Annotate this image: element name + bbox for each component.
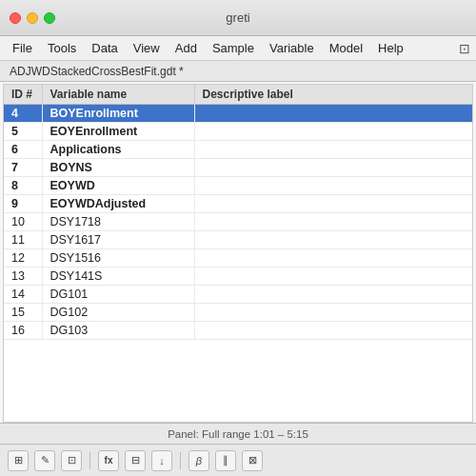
- panel-status: Panel: Full range 1:01 – 5:15: [168, 428, 308, 440]
- cross-button[interactable]: ⊠: [242, 450, 263, 471]
- cell-id: 6: [4, 141, 42, 159]
- cell-desc: [194, 177, 472, 195]
- cell-varname: DSY1516: [42, 249, 194, 268]
- cell-desc: [194, 231, 472, 249]
- cell-id: 7: [4, 159, 42, 177]
- cell-varname: EOYWDAdjusted: [42, 195, 194, 213]
- table-row[interactable]: 11DSY1617: [4, 231, 472, 249]
- cell-id: 11: [4, 231, 42, 249]
- bottom-toolbar: ⊞ ✎ ⊡ fx ⊟ ↓ β ∥ ⊠: [0, 444, 476, 476]
- content-area: ID # Variable name Descriptive label 4BO…: [0, 82, 476, 423]
- table-row[interactable]: 13DSY141S: [4, 268, 472, 286]
- file-tab-label: ADJWDStackedCrossBestFit.gdt *: [10, 65, 184, 78]
- file-tab: ADJWDStackedCrossBestFit.gdt *: [0, 61, 476, 82]
- table-row[interactable]: 7BOYNS: [4, 159, 472, 177]
- separator-1: [89, 452, 90, 469]
- traffic-lights: [10, 12, 55, 24]
- cell-varname: Applications: [42, 141, 194, 159]
- separator-2: [180, 452, 181, 469]
- titlebar: greti: [0, 0, 476, 36]
- table-row[interactable]: 14DG101: [4, 286, 472, 304]
- beta-button[interactable]: β: [188, 450, 209, 471]
- cell-id: 4: [4, 105, 42, 123]
- table-row[interactable]: 5EOYEnrollment: [4, 123, 472, 141]
- cell-id: 15: [4, 304, 42, 322]
- cell-desc: [194, 286, 472, 304]
- grid-button[interactable]: ⊞: [8, 450, 29, 471]
- cell-desc: [194, 141, 472, 159]
- table-row[interactable]: 8EOYWD: [4, 177, 472, 195]
- cell-desc: [194, 159, 472, 177]
- parallel-button[interactable]: ∥: [215, 450, 236, 471]
- minimize-button[interactable]: [27, 12, 38, 24]
- box-button[interactable]: ⊡: [61, 450, 82, 471]
- cell-id: 14: [4, 286, 42, 304]
- table-row[interactable]: 15DG102: [4, 304, 472, 322]
- table-row[interactable]: 10DSY1718: [4, 213, 472, 231]
- plot-button[interactable]: ⊟: [125, 450, 146, 471]
- cell-varname: DSY1718: [42, 213, 194, 231]
- cell-id: 9: [4, 195, 42, 213]
- menu-help[interactable]: Help: [371, 39, 410, 57]
- col-header-varname: Variable name: [42, 85, 194, 105]
- menu-add[interactable]: Add: [169, 39, 204, 57]
- cell-varname: EOYWD: [42, 177, 194, 195]
- variable-table-container: ID # Variable name Descriptive label 4BO…: [3, 84, 473, 423]
- cell-desc: [194, 249, 472, 268]
- menu-view[interactable]: View: [127, 39, 167, 57]
- cell-varname: BOYEnrollment: [42, 105, 194, 123]
- table-header-row: ID # Variable name Descriptive label: [4, 85, 472, 105]
- down-button[interactable]: ↓: [151, 450, 172, 471]
- cell-varname: DSY1617: [42, 231, 194, 249]
- cell-id: 13: [4, 268, 42, 286]
- cell-desc: [194, 268, 472, 286]
- cell-desc: [194, 105, 472, 123]
- col-header-id: ID #: [4, 85, 42, 105]
- fullscreen-button[interactable]: [44, 12, 55, 24]
- table-body: 4BOYEnrollment5EOYEnrollment6Application…: [4, 105, 472, 340]
- menu-data[interactable]: Data: [85, 39, 124, 57]
- cell-id: 5: [4, 123, 42, 141]
- status-bar: Panel: Full range 1:01 – 5:15: [0, 423, 476, 444]
- close-button[interactable]: [10, 12, 21, 24]
- cell-id: 8: [4, 177, 42, 195]
- cell-varname: DSY141S: [42, 268, 194, 286]
- cell-varname: DG101: [42, 286, 194, 304]
- cell-varname: DG102: [42, 304, 194, 322]
- cell-desc: [194, 304, 472, 322]
- fx-button[interactable]: fx: [98, 450, 119, 471]
- cell-desc: [194, 322, 472, 340]
- edit-button[interactable]: ✎: [34, 450, 55, 471]
- menu-sample[interactable]: Sample: [206, 39, 261, 57]
- window-title: greti: [226, 10, 249, 25]
- table-row[interactable]: 12DSY1516: [4, 249, 472, 268]
- menu-tools[interactable]: Tools: [41, 39, 83, 57]
- table-row[interactable]: 6Applications: [4, 141, 472, 159]
- cell-desc: [194, 195, 472, 213]
- cell-id: 10: [4, 213, 42, 231]
- cell-varname: EOYEnrollment: [42, 123, 194, 141]
- table-row[interactable]: 16DG103: [4, 322, 472, 340]
- cell-desc: [194, 123, 472, 141]
- cell-varname: BOYNS: [42, 159, 194, 177]
- menu-model[interactable]: Model: [323, 39, 369, 57]
- cell-id: 16: [4, 322, 42, 340]
- variable-table: ID # Variable name Descriptive label 4BO…: [4, 85, 472, 340]
- print-icon[interactable]: ⊡: [459, 41, 470, 56]
- table-row[interactable]: 4BOYEnrollment: [4, 105, 472, 123]
- cell-varname: DG103: [42, 322, 194, 340]
- main-window: greti File Tools Data View Add Sample Va…: [0, 0, 476, 476]
- menu-variable[interactable]: Variable: [263, 39, 321, 57]
- cell-id: 12: [4, 249, 42, 268]
- menubar: File Tools Data View Add Sample Variable…: [0, 36, 476, 61]
- table-row[interactable]: 9EOYWDAdjusted: [4, 195, 472, 213]
- menu-file[interactable]: File: [6, 39, 39, 57]
- cell-desc: [194, 213, 472, 231]
- col-header-desc: Descriptive label: [194, 85, 472, 105]
